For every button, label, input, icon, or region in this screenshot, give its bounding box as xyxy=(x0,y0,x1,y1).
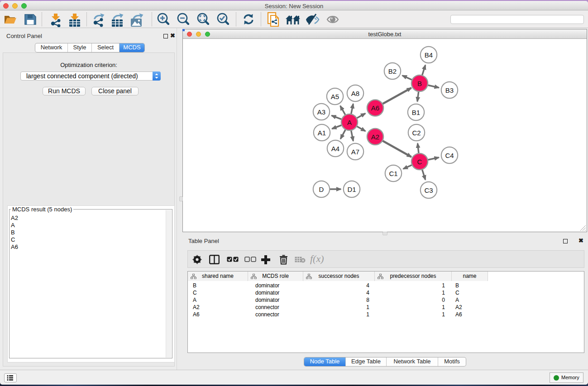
svg-text:A: A xyxy=(347,119,352,126)
svg-text:A7: A7 xyxy=(351,148,359,156)
svg-text:D1: D1 xyxy=(347,186,356,193)
svg-text:A2: A2 xyxy=(371,133,379,141)
svg-text:C: C xyxy=(417,158,422,166)
svg-text:A3: A3 xyxy=(317,108,325,116)
svg-text:B4: B4 xyxy=(425,51,433,59)
svg-text:A5: A5 xyxy=(331,93,339,100)
svg-text:D: D xyxy=(319,186,324,193)
svg-text:A8: A8 xyxy=(351,90,359,97)
svg-text:B3: B3 xyxy=(445,86,454,94)
svg-text:A1: A1 xyxy=(318,129,326,137)
svg-text:B2: B2 xyxy=(388,67,397,75)
svg-text:C3: C3 xyxy=(424,186,433,194)
svg-text:C2: C2 xyxy=(412,129,421,137)
svg-text:C1: C1 xyxy=(389,170,397,177)
svg-text:B1: B1 xyxy=(412,109,420,116)
svg-text:A6: A6 xyxy=(371,104,379,112)
svg-text:C4: C4 xyxy=(445,152,454,159)
svg-text:A4: A4 xyxy=(331,145,339,152)
svg-text:B: B xyxy=(417,80,422,87)
